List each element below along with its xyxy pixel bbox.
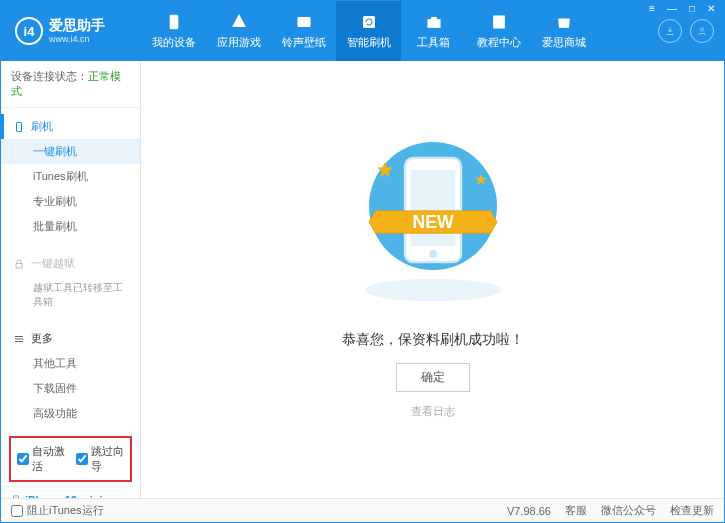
svg-rect-0: [170, 15, 178, 29]
nav-shop[interactable]: 爱思商城: [531, 1, 596, 61]
lock-icon: [13, 258, 25, 270]
sidebar-head-jailbreak: 一键越狱: [1, 251, 140, 276]
book-icon: [490, 13, 508, 31]
nav-toolbox[interactable]: 工具箱: [401, 1, 466, 61]
nav-label: 我的设备: [152, 35, 196, 50]
options-highlight-box: 自动激活 跳过向导: [9, 436, 132, 482]
nav-label: 应用游戏: [217, 35, 261, 50]
wallpaper-icon: [295, 13, 313, 31]
user-icon: [696, 25, 708, 37]
header: i4 爱思助手 www.i4.cn 我的设备 应用游戏 铃声壁纸 智能刷机 工具…: [1, 1, 724, 61]
checkbox-input[interactable]: [17, 453, 29, 465]
checkbox-input[interactable]: [76, 453, 88, 465]
download-icon: [664, 25, 676, 37]
version-label: V7.98.66: [507, 505, 551, 517]
success-message: 恭喜您，保资料刷机成功啦！: [342, 331, 524, 349]
apps-icon: [230, 13, 248, 31]
phone-icon: [13, 121, 25, 133]
sidebar-item-advanced[interactable]: 高级功能: [1, 401, 140, 426]
checkbox-skip-wizard[interactable]: 跳过向导: [76, 444, 125, 474]
svg-rect-4: [431, 17, 436, 19]
svg-rect-13: [410, 170, 455, 246]
view-log-link[interactable]: 查看日志: [411, 404, 455, 419]
nav-label: 爱思商城: [542, 35, 586, 50]
ok-button[interactable]: 确定: [396, 363, 470, 392]
sidebar-label: 刷机: [31, 119, 53, 134]
maximize-icon[interactable]: □: [686, 3, 698, 14]
svg-rect-1: [298, 17, 310, 26]
success-illustration: NEW: [353, 123, 513, 313]
logo-area: i4 爱思助手 www.i4.cn: [1, 17, 141, 45]
nav-ringtone[interactable]: 铃声壁纸: [271, 1, 336, 61]
svg-point-6: [701, 28, 704, 31]
logo-icon: i4: [15, 17, 43, 45]
svg-point-14: [429, 250, 437, 258]
close-icon[interactable]: ✕: [704, 3, 718, 14]
main-content: NEW 恭喜您，保资料刷机成功啦！ 确定 查看日志: [141, 61, 724, 500]
app-name: 爱思助手: [49, 18, 105, 33]
svg-rect-5: [493, 16, 504, 28]
conn-label: 设备连接状态：: [11, 70, 88, 82]
phone-icon: [165, 13, 183, 31]
sidebar-item-other[interactable]: 其他工具: [1, 351, 140, 376]
checkbox-label: 阻止iTunes运行: [27, 503, 104, 518]
sidebar-item-batch[interactable]: 批量刷机: [1, 214, 140, 239]
user-button[interactable]: [690, 19, 714, 43]
connection-status: 设备连接状态：正常模式: [1, 61, 140, 108]
checkbox-label: 跳过向导: [91, 444, 125, 474]
update-link[interactable]: 检查更新: [670, 503, 714, 518]
new-badge-text: NEW: [412, 212, 453, 232]
body: 设备连接状态：正常模式 刷机 一键刷机 iTunes刷机 专业刷机 批量刷机 一…: [1, 61, 724, 500]
header-right: [658, 19, 724, 43]
nav-my-device[interactable]: 我的设备: [141, 1, 206, 61]
nav-flash[interactable]: 智能刷机: [336, 1, 401, 61]
nav-label: 铃声壁纸: [282, 35, 326, 50]
service-link[interactable]: 客服: [565, 503, 587, 518]
refresh-icon: [360, 13, 378, 31]
sidebar-label: 一键越狱: [31, 256, 75, 271]
window-controls: ≡ — □ ✕: [646, 3, 718, 14]
checkbox-auto-activate[interactable]: 自动激活: [17, 444, 66, 474]
checkbox-label: 自动激活: [32, 444, 66, 474]
sidebar-item-pro[interactable]: 专业刷机: [1, 189, 140, 214]
footer: 阻止iTunes运行 V7.98.66 客服 微信公众号 检查更新: [1, 498, 724, 522]
sidebar-label: 更多: [31, 331, 53, 346]
sidebar-head-flash[interactable]: 刷机: [1, 114, 140, 139]
download-button[interactable]: [658, 19, 682, 43]
list-icon: [13, 333, 25, 345]
nav-label: 智能刷机: [347, 35, 391, 50]
toolbox-icon: [425, 13, 443, 31]
jailbreak-note: 越狱工具已转移至工具箱: [1, 276, 140, 314]
block-itunes-checkbox[interactable]: 阻止iTunes运行: [11, 503, 104, 518]
svg-rect-3: [428, 19, 440, 27]
sidebar: 设备连接状态：正常模式 刷机 一键刷机 iTunes刷机 专业刷机 批量刷机 一…: [1, 61, 141, 500]
app-url: www.i4.cn: [49, 34, 105, 44]
nav-tutorial[interactable]: 教程中心: [466, 1, 531, 61]
shop-icon: [555, 13, 573, 31]
svg-rect-8: [16, 263, 22, 268]
sidebar-head-more[interactable]: 更多: [1, 326, 140, 351]
top-nav: 我的设备 应用游戏 铃声壁纸 智能刷机 工具箱 教程中心 爱思商城: [141, 1, 658, 61]
nav-label: 工具箱: [417, 35, 450, 50]
checkbox-input[interactable]: [11, 505, 23, 517]
minimize-icon[interactable]: —: [664, 3, 680, 14]
sidebar-item-itunes[interactable]: iTunes刷机: [1, 164, 140, 189]
wechat-link[interactable]: 微信公众号: [601, 503, 656, 518]
svg-rect-7: [17, 122, 22, 131]
svg-point-10: [365, 278, 501, 300]
sidebar-item-oneclick[interactable]: 一键刷机: [1, 139, 140, 164]
nav-label: 教程中心: [477, 35, 521, 50]
menu-icon[interactable]: ≡: [646, 3, 658, 14]
sidebar-item-firmware[interactable]: 下载固件: [1, 376, 140, 401]
nav-apps[interactable]: 应用游戏: [206, 1, 271, 61]
